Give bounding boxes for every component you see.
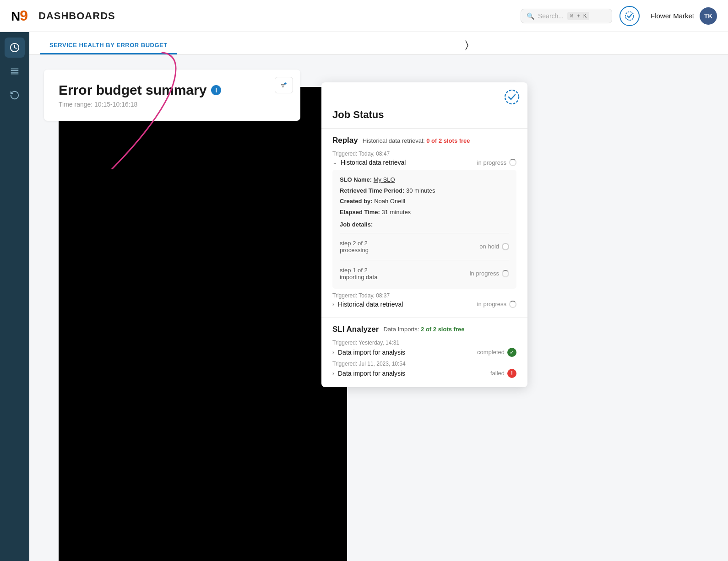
sli-analyzer-section: SLI Analyzer Data Imports: 2 of 2 slots …	[321, 318, 527, 387]
job-2-label: Historical data retrieval	[338, 301, 403, 308]
failed-icon: !	[507, 369, 516, 378]
job-1-status: in progress	[477, 159, 516, 166]
filter-button[interactable]: ▿ +	[275, 77, 293, 93]
step-1-status: in progress	[470, 270, 509, 277]
on-hold-badge: on hold	[479, 243, 509, 250]
sli-job-row-2[interactable]: › Data import for analysis failed !	[332, 369, 516, 378]
chevron-right-icon: ›	[332, 301, 334, 307]
sli-section-label: SLI Analyzer Data Imports: 2 of 2 slots …	[332, 325, 516, 334]
job-status-button[interactable]	[619, 6, 640, 26]
sli-job-1-label: Data import for analysis	[338, 349, 405, 356]
triggered-label-1: Triggered: Today, 08:47	[332, 151, 516, 157]
spinner-icon	[509, 159, 516, 166]
section-subtitle: Time range: 10:15-10:16:18	[59, 101, 286, 108]
search-shortcut: ⌘ + K	[567, 12, 589, 20]
panel-check-icon	[504, 89, 520, 105]
job2-spinner-icon	[509, 301, 516, 308]
divider-2	[340, 260, 509, 260]
sidebar-item-list[interactable]	[5, 61, 25, 81]
job-row-2-left: › Historical data retrieval	[332, 301, 403, 308]
sidebar-item-refresh[interactable]	[5, 85, 25, 105]
step-row-importing: step 1 of 2importing data in progress	[340, 264, 509, 283]
app-title: DASHBOARDS	[38, 10, 115, 22]
sli-chevron-right-icon-2: ›	[332, 370, 334, 377]
chevron-down-icon: ⌄	[332, 159, 337, 166]
sli-job-row-2-left: › Data import for analysis	[332, 370, 405, 377]
section-header: Error budget summary i Time range: 10:15…	[44, 70, 300, 121]
step-spinner-icon	[502, 270, 509, 277]
sli-chevron-right-icon-1: ›	[332, 349, 334, 356]
sli-job-row-1[interactable]: › Data import for analysis completed ✓	[332, 348, 516, 357]
sli-job-2-label: Data import for analysis	[338, 370, 405, 377]
completed-icon: ✓	[507, 348, 516, 357]
search-placeholder: Search...	[538, 12, 564, 20]
sli-slots-value: 2 of 2 slots free	[421, 326, 464, 333]
sli-slots: Data Imports: 2 of 2 slots free	[383, 326, 464, 333]
sli-triggered-label-2: Triggered: Jul 11, 2023, 10:54	[332, 361, 516, 367]
svg-point-6	[505, 90, 519, 104]
logo-text: N9	[11, 7, 27, 24]
replay-section: Replay Historical data retrieval: 0 of 2…	[321, 129, 527, 318]
tab-bar: SERVICE HEALTH BY ERROR BUDGET	[29, 32, 728, 55]
job-1-label: Historical data retrieval	[341, 159, 406, 166]
sli-triggered-label-1: Triggered: Yesterday, 14:31	[332, 340, 516, 346]
step-1-label: step 1 of 2importing data	[340, 267, 377, 280]
step-row-processing: step 2 of 2processing on hold	[340, 237, 509, 256]
triggered-label-2: Triggered: Today, 08:37	[332, 292, 516, 299]
sli-job-2-status: failed !	[490, 369, 516, 378]
job-row-1[interactable]: ⌄ Historical data retrieval in progress	[332, 159, 516, 166]
black-overlay	[59, 87, 347, 561]
user-menu[interactable]: Flower Market TK	[651, 7, 717, 25]
on-hold-circle-icon	[502, 243, 509, 250]
sli-job-1-status: completed ✓	[477, 348, 516, 357]
dashboard-content: SERVICE HEALTH BY ERROR BUDGET Error bud…	[29, 32, 728, 561]
replay-slots: Historical data retrieval: 0 of 2 slots …	[363, 137, 470, 144]
search-icon: 🔍	[527, 12, 534, 20]
user-name: Flower Market	[651, 12, 694, 20]
detail-slo-name: SLO Name: My SLO	[340, 175, 509, 184]
job-2-status: in progress	[477, 301, 516, 308]
search-bar[interactable]: 🔍 Search... ⌘ + K	[521, 9, 612, 23]
detail-elapsed-time: Elapsed Time: 31 minutes	[340, 208, 509, 217]
sidebar-item-dashboard[interactable]	[5, 38, 25, 58]
main-layout: SERVICE HEALTH BY ERROR BUDGET Error bud…	[0, 32, 728, 561]
panel-header-row	[321, 82, 527, 105]
section-title: Error budget summary i	[59, 82, 286, 98]
job-details-box: SLO Name: My SLO Retrieved Time Period: …	[332, 170, 516, 289]
detail-time-period: Retrieved Time Period: 30 minutes	[340, 186, 509, 195]
detail-created-by: Created by: Noah Oneill	[340, 197, 509, 206]
app-header: N9 DASHBOARDS 🔍 Search... ⌘ + K Flower M…	[0, 0, 728, 32]
job-row-1-left: ⌄ Historical data retrieval	[332, 159, 406, 166]
detail-job-details-label: Job details:	[340, 220, 509, 229]
sli-job-row-1-left: › Data import for analysis	[332, 349, 405, 356]
tab-service-health[interactable]: SERVICE HEALTH BY ERROR BUDGET	[40, 37, 177, 54]
avatar: TK	[700, 7, 717, 25]
info-icon[interactable]: i	[211, 85, 221, 95]
panel-title: Job Status	[321, 105, 527, 129]
divider-1	[340, 233, 509, 233]
job-row-2[interactable]: › Historical data retrieval in progress	[332, 301, 516, 308]
sidebar	[0, 32, 29, 561]
filter-plus-icon: +	[284, 81, 287, 86]
replay-section-label: Replay Historical data retrieval: 0 of 2…	[332, 136, 516, 145]
replay-slots-value: 0 of 2 slots free	[426, 137, 470, 144]
step-2-label: step 2 of 2processing	[340, 240, 369, 254]
app-logo: N9	[11, 7, 27, 24]
job-status-panel: Job Status Replay Historical data retrie…	[321, 82, 527, 387]
